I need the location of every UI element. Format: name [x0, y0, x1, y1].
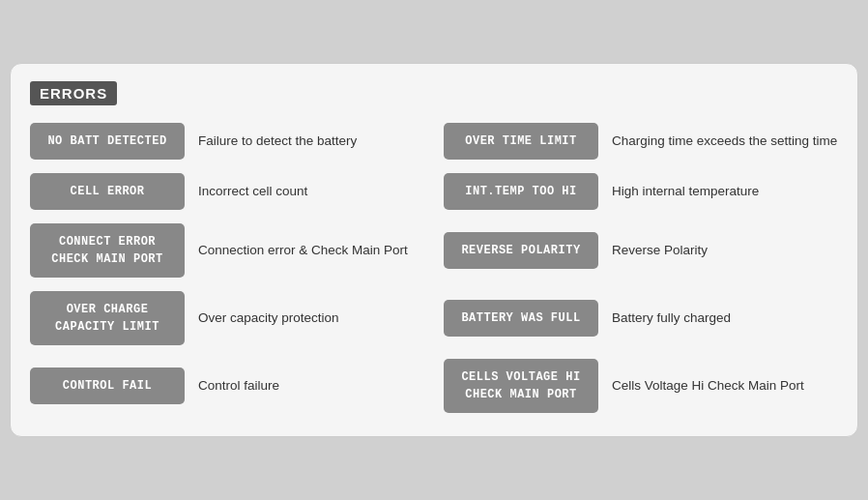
error-badge-over-time-limit: OVER TIME LIMIT	[444, 123, 598, 160]
error-badge-battery-was-full: BATTERY WAS FULL	[444, 300, 598, 337]
error-item-int-temp-too-hi: INT.TEMP TOO HIHigh internal temperature	[444, 173, 838, 210]
error-item-battery-was-full: BATTERY WAS FULLBattery fully charged	[444, 291, 838, 345]
errors-grid: NO BATT DETECTEDFailure to detect the ba…	[30, 123, 838, 413]
error-badge-reverse-polarity: REVERSE POLARITY	[444, 232, 598, 269]
error-desc-no-batt-detected: Failure to detect the battery	[198, 132, 357, 151]
error-desc-control-fail: Control failure	[198, 377, 279, 396]
error-desc-reverse-polarity: Reverse Polarity	[612, 242, 708, 260]
error-desc-int-temp-too-hi: High internal temperature	[612, 183, 759, 201]
error-desc-over-charge-capacity: Over capacity protection	[198, 309, 339, 328]
error-badge-over-charge-capacity: OVER CHARGE CAPACITY LIMIT	[30, 291, 185, 345]
error-item-reverse-polarity: REVERSE POLARITYReverse Polarity	[444, 223, 838, 278]
error-item-control-fail: CONTROL FAILControl failure	[30, 359, 424, 413]
error-item-over-time-limit: OVER TIME LIMITCharging time exceeds the…	[444, 123, 838, 160]
error-desc-battery-was-full: Battery fully charged	[612, 309, 731, 328]
error-desc-cells-voltage-hi: Cells Voltage Hi Check Main Port	[612, 377, 804, 396]
errors-card: ERRORS NO BATT DETECTEDFailure to detect…	[10, 63, 858, 437]
error-desc-cell-error: Incorrect cell count	[198, 183, 307, 201]
error-badge-control-fail: CONTROL FAIL	[30, 368, 185, 404]
error-item-over-charge-capacity: OVER CHARGE CAPACITY LIMITOver capacity …	[30, 291, 424, 345]
error-item-no-batt-detected: NO BATT DETECTEDFailure to detect the ba…	[30, 123, 424, 160]
error-badge-no-batt-detected: NO BATT DETECTED	[30, 123, 185, 160]
card-title: ERRORS	[30, 81, 117, 105]
error-item-connect-error: CONNECT ERROR CHECK MAIN PORTConnection …	[30, 223, 424, 278]
error-badge-int-temp-too-hi: INT.TEMP TOO HI	[444, 173, 598, 210]
error-item-cells-voltage-hi: CELLS VOLTAGE HI CHECK MAIN PORTCells Vo…	[444, 359, 838, 413]
error-badge-connect-error: CONNECT ERROR CHECK MAIN PORT	[30, 223, 185, 278]
error-desc-connect-error: Connection error & Check Main Port	[198, 242, 408, 260]
error-item-cell-error: CELL ERRORIncorrect cell count	[30, 173, 424, 210]
error-desc-over-time-limit: Charging time exceeds the setting time	[612, 132, 837, 151]
error-badge-cells-voltage-hi: CELLS VOLTAGE HI CHECK MAIN PORT	[444, 359, 598, 413]
error-badge-cell-error: CELL ERROR	[30, 173, 185, 210]
